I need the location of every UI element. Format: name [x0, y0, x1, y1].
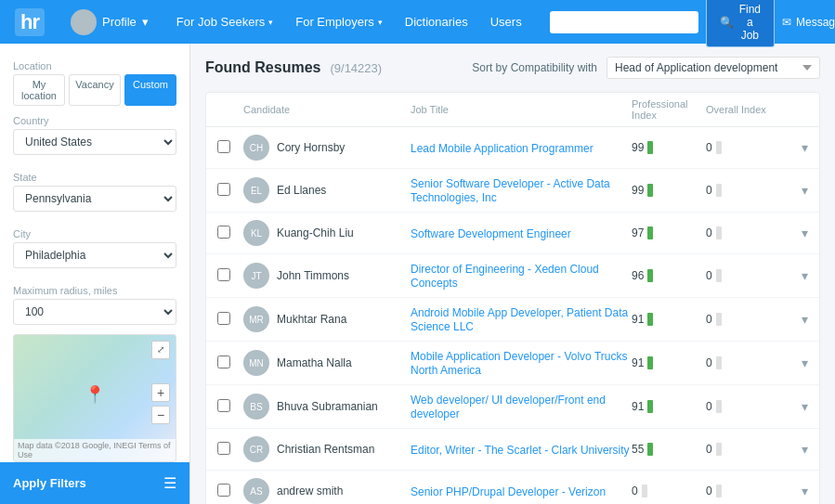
country-select[interactable]: United States — [13, 129, 176, 155]
search-input[interactable] — [550, 11, 698, 33]
nav-for-job-seekers[interactable]: For Job Seekers ▾ — [167, 11, 282, 32]
expand-row-button[interactable]: ▾ — [780, 355, 808, 370]
city-label: City — [13, 228, 176, 239]
table-row[interactable]: KL Kuang-Chih Liu Software Development E… — [206, 213, 819, 254]
candidate-avatar: MN — [243, 350, 269, 376]
job-title-link[interactable]: Software Development Engineer — [411, 227, 571, 240]
radius-label: Maximum radius, miles — [13, 285, 176, 296]
professional-index-value: 99 — [632, 184, 644, 197]
job-title-link[interactable]: Senior Software Developer - Active Data … — [411, 177, 610, 204]
row-checkbox[interactable] — [217, 268, 230, 281]
expand-row-button[interactable]: ▾ — [780, 140, 808, 155]
overall-index-value: 0 — [706, 400, 712, 413]
overall-index-value: 0 — [706, 184, 712, 197]
map-zoom-in-button[interactable]: + — [151, 383, 170, 402]
expand-row-button[interactable]: ▾ — [780, 312, 808, 327]
job-title-link[interactable]: Android Mobile App Developer, Patient Da… — [411, 306, 628, 333]
tab-my-location[interactable]: My location — [13, 74, 65, 106]
main-content: Found Resumes (9/14223) Sort by Compatib… — [190, 44, 835, 504]
table-row[interactable]: MN Mamatha Nalla Mobile Application Deve… — [206, 342, 819, 385]
overall-index-cell: 0 — [706, 400, 780, 413]
nav-links: For Job Seekers ▾ For Employers ▾ Dictio… — [167, 11, 531, 32]
candidate-name: Mukhtar Rana — [277, 313, 346, 326]
row-checkbox[interactable] — [217, 226, 230, 239]
candidate-name: John Timmons — [277, 269, 349, 282]
city-select[interactable]: Philadelphia — [13, 242, 176, 268]
job-title-link[interactable]: Lead Mobile Application Programmer — [411, 142, 594, 155]
table-row[interactable]: BS Bhuva Subramanian Web developer/ UI d… — [206, 385, 819, 429]
sidebar-content: Location My location Vacancy Custom Coun… — [0, 44, 189, 462]
nav-users[interactable]: Users — [481, 11, 531, 32]
map-zoom-out-button[interactable]: − — [151, 406, 170, 424]
expand-row-button[interactable]: ▾ — [780, 268, 808, 283]
candidate-cell: EL Ed Llanes — [243, 177, 411, 203]
job-seekers-chevron-icon: ▾ — [268, 18, 273, 27]
row-checkbox[interactable] — [217, 399, 230, 412]
professional-index-cell: 55 — [632, 443, 706, 456]
col-job-title: Job Title — [411, 104, 632, 115]
row-checkbox[interactable] — [217, 442, 230, 455]
layout: Location My location Vacancy Custom Coun… — [0, 44, 835, 504]
state-select[interactable]: Pennsylvania — [13, 186, 176, 212]
tab-custom[interactable]: Custom — [124, 74, 176, 106]
expand-row-button[interactable]: ▾ — [780, 226, 808, 240]
nav-for-employers[interactable]: For Employers ▾ — [286, 11, 392, 32]
candidate-name: Ed Llanes — [277, 184, 326, 197]
row-checkbox[interactable] — [217, 312, 230, 325]
candidate-name: Christian Rentsman — [277, 443, 374, 456]
overall-index-cell: 0 — [706, 443, 780, 456]
job-title-link[interactable]: Editor, Writer - The Scarlet - Clark Uni… — [411, 444, 630, 457]
professional-index-cell: 97 — [632, 226, 706, 239]
expand-row-button[interactable]: ▾ — [780, 183, 808, 198]
overall-index-value: 0 — [706, 141, 712, 154]
tab-vacancy[interactable]: Vacancy — [69, 74, 121, 106]
profile-menu[interactable]: Profile ▾ — [71, 9, 149, 35]
radius-select[interactable]: 100 — [13, 299, 176, 325]
professional-index-value: 91 — [632, 400, 644, 413]
row-checkbox[interactable] — [217, 140, 230, 153]
candidate-avatar: CR — [243, 436, 269, 462]
messages-link[interactable]: ✉ Messages — [782, 16, 835, 29]
table-row[interactable]: CR Christian Rentsman Editor, Writer - T… — [206, 429, 819, 471]
map-expand-icon[interactable]: ⤢ — [151, 341, 170, 359]
job-title-link[interactable]: Director of Engineering - Xeden Cloud Co… — [411, 263, 599, 290]
resume-table: Candidate Job Title Professional Index O… — [205, 92, 820, 504]
row-checkbox[interactable] — [217, 484, 230, 497]
apply-filters-bar[interactable]: Apply Filters ☰ — [0, 462, 189, 504]
messages-icon: ✉ — [782, 16, 791, 29]
candidate-avatar: JT — [243, 263, 269, 289]
professional-index-value: 99 — [632, 141, 644, 154]
professional-index-value: 96 — [632, 269, 644, 282]
expand-row-button[interactable]: ▾ — [780, 442, 808, 457]
table-body: CH Cory Hornsby Lead Mobile Application … — [206, 127, 819, 504]
overall-index-value: 0 — [706, 269, 712, 282]
job-title-link[interactable]: Mobile Application Developer - Volvo Tru… — [411, 350, 627, 377]
table-row[interactable]: AS andrew smith Senior PHP/Drupal Develo… — [206, 471, 819, 504]
nav-dictionaries[interactable]: Dictionaries — [396, 11, 477, 32]
find-job-button[interactable]: 🔍 Find a Job — [706, 0, 775, 47]
sort-select[interactable]: Head of Application development — [607, 57, 820, 79]
job-title-link[interactable]: Senior PHP/Drupal Developer - Verizon — [411, 485, 606, 498]
job-title-link[interactable]: Web developer/ UI developer/Front end de… — [411, 394, 606, 420]
row-checkbox[interactable] — [217, 355, 230, 368]
table-row[interactable]: JT John Timmons Director of Engineering … — [206, 254, 819, 298]
map-controls: ⤢ — [151, 341, 170, 359]
navbar: hr Profile ▾ For Job Seekers ▾ For Emplo… — [0, 0, 835, 44]
table-row[interactable]: MR Mukhtar Rana Android Mobile App Devel… — [206, 298, 819, 342]
expand-row-button[interactable]: ▾ — [780, 399, 808, 414]
overall-index-value: 0 — [706, 443, 712, 456]
expand-row-button[interactable]: ▾ — [780, 484, 808, 498]
candidate-avatar: CH — [243, 135, 269, 161]
candidate-cell: KL Kuang-Chih Liu — [243, 220, 411, 246]
avatar — [71, 9, 97, 35]
table-row[interactable]: EL Ed Llanes Senior Software Developer -… — [206, 169, 819, 213]
results-title: Found Resumes — [205, 59, 320, 76]
logo: hr — [15, 8, 45, 36]
overall-index-cell: 0 — [706, 184, 780, 197]
row-checkbox[interactable] — [217, 183, 230, 196]
overall-index-value: 0 — [706, 226, 712, 239]
table-header: Candidate Job Title Professional Index O… — [206, 93, 819, 127]
professional-index-value: 0 — [632, 485, 638, 498]
table-row[interactable]: CH Cory Hornsby Lead Mobile Application … — [206, 127, 819, 169]
candidate-name: Mamatha Nalla — [277, 356, 352, 369]
